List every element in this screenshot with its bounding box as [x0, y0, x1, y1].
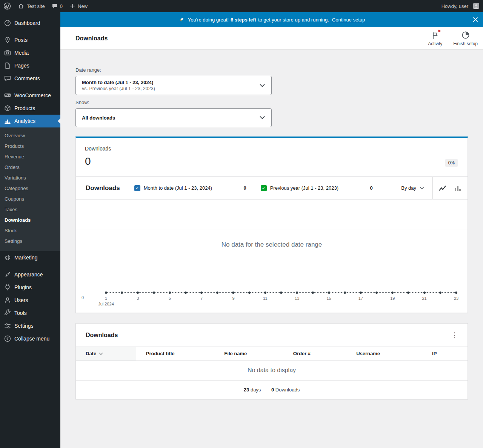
finish-setup-label: Finish setup [453, 41, 478, 46]
sidebar-item-comments[interactable]: Comments [0, 72, 60, 85]
site-name: Test site [27, 3, 45, 9]
data-point-day-23 [455, 292, 457, 294]
wp-logo-menu[interactable] [0, 0, 14, 12]
sidebar-item-pages[interactable]: Pages [0, 59, 60, 72]
data-point-day-2 [121, 292, 123, 294]
sidebar-subitem-products[interactable]: Products [0, 141, 60, 152]
wordpress-logo-icon [3, 2, 11, 10]
sidebar-item-products[interactable]: Products [0, 102, 60, 115]
sidebar-item-users[interactable]: Users [0, 294, 60, 307]
x-tick-13: 13 [295, 296, 299, 301]
summary-downloads-label: Downloads [275, 387, 300, 393]
line-chart-button[interactable] [435, 181, 450, 196]
camera-icon [4, 49, 11, 57]
menu-separator [0, 264, 60, 268]
sidebar-subitem-settings[interactable]: Settings [0, 236, 60, 247]
downloads-summary-tile[interactable]: Downloads 0 0% [76, 138, 468, 177]
legend-item-1[interactable]: ✓Previous year (Jul 1 - 23, 2023)0 [261, 185, 387, 191]
sidebar-item-media[interactable]: Media [0, 46, 60, 59]
account-menu[interactable]: Howdy, user [438, 0, 483, 12]
date-range-select[interactable]: Month to date (Jul 1 - 23, 2024) vs. Pre… [75, 76, 272, 95]
kebab-menu-icon[interactable]: ⋮ [448, 328, 461, 342]
column-header-file-name[interactable]: File name [202, 347, 269, 361]
sidebar-subitem-overview[interactable]: Overview [0, 130, 60, 141]
activity-label: Activity [428, 41, 442, 46]
sidebar-item-woocommerce[interactable]: WooCommerce [0, 89, 60, 102]
megaphone-icon [4, 254, 11, 261]
sidebar-subitem-variations[interactable]: Variations [0, 173, 60, 183]
chart-title: Downloads [86, 184, 120, 192]
menu-separator [0, 29, 60, 34]
continue-setup-link[interactable]: Continue setup [332, 17, 365, 23]
legend-label: Previous year (Jul 1 - 23, 2023) [270, 185, 370, 191]
comment-count: 0 [60, 3, 63, 9]
banner-close-icon[interactable] [471, 15, 480, 24]
legend-item-0[interactable]: ✓Month to date (Jul 1 - 23, 2024)0 [134, 185, 261, 191]
sidebar-subitem-revenue[interactable]: Revenue [0, 152, 60, 162]
summary-downloads-value: 0 [271, 387, 274, 393]
sliders-icon [4, 322, 11, 330]
data-point-day-7 [200, 292, 203, 294]
sidebar-item-label: Users [14, 296, 28, 304]
bar-chart-icon [4, 117, 11, 125]
x-tick-23: 23 [454, 296, 458, 301]
rocket-icon [178, 17, 185, 23]
sidebar-item-analytics[interactable]: Analytics [0, 115, 60, 127]
sidebar-subitem-categories[interactable]: Categories [0, 183, 60, 194]
user-icon [4, 296, 11, 304]
legend-checkbox-checked[interactable]: ✓ [134, 185, 140, 191]
sidebar-item-label: Appearance [14, 271, 43, 278]
howdy-text: Howdy, user [441, 3, 468, 9]
sidebar-subitem-orders[interactable]: Orders [0, 162, 60, 173]
column-header-ip[interactable]: IP [401, 347, 468, 361]
show-filter-select[interactable]: All downloads [75, 108, 272, 127]
table-header: Downloads ⋮ [76, 324, 468, 347]
sidebar-item-marketing[interactable]: Marketing [0, 251, 60, 264]
activity-button[interactable]: Activity [423, 29, 447, 48]
sidebar-item-label: Marketing [14, 254, 37, 261]
dashboard-icon [4, 19, 11, 27]
comments-shortcut[interactable]: 0 [48, 0, 66, 12]
date-range-label: Date range: [75, 67, 468, 73]
x-tick-19: 19 [390, 296, 395, 301]
new-menu[interactable]: New [66, 0, 91, 12]
column-header-username[interactable]: Username [335, 347, 401, 361]
column-header-product-title[interactable]: Product title [136, 347, 203, 361]
sidebar-item-label: Pages [14, 62, 29, 69]
collapse-menu-label: Collapse menu [14, 335, 49, 342]
summary-days-value: 23 [244, 387, 249, 393]
data-point-day-15 [328, 292, 330, 294]
x-axis-period-label: Jul 2024 [98, 302, 114, 306]
sidebar-subitem-downloads[interactable]: Downloads [0, 215, 60, 226]
sidebar-subitem-coupons[interactable]: Coupons [0, 194, 60, 204]
table-summary: 23 days 0 Downloads [76, 380, 468, 399]
sidebar-subitem-stock[interactable]: Stock [0, 226, 60, 236]
x-tick-21: 21 [422, 296, 427, 301]
banner-steps-left: 6 steps left [231, 17, 256, 23]
setup-banner: You're doing great! 6 steps left to get … [60, 12, 483, 27]
collapse-menu-button[interactable]: Collapse menu [0, 332, 60, 345]
chart-legend: ✓Month to date (Jul 1 - 23, 2024)0✓Previ… [134, 185, 387, 191]
data-point-day-19 [391, 292, 394, 294]
legend-checkbox-checked[interactable]: ✓ [261, 185, 267, 191]
main-content: Date range: Month to date (Jul 1 - 23, 2… [60, 50, 483, 399]
data-point-day-6 [185, 292, 187, 294]
column-header-order[interactable]: Order # [269, 347, 335, 361]
box-icon [4, 104, 11, 112]
summary-value: 0 [85, 155, 458, 167]
finish-setup-button[interactable]: Finish setup [452, 29, 478, 48]
sidebar-item-plugins[interactable]: Plugins [0, 281, 60, 294]
sidebar-item-posts[interactable]: Posts [0, 34, 60, 46]
interval-select[interactable]: By day [401, 185, 432, 191]
column-header-date[interactable]: Date [76, 347, 136, 361]
sidebar-subitem-taxes[interactable]: Taxes [0, 204, 60, 215]
chart-header: Downloads ✓Month to date (Jul 1 - 23, 20… [76, 177, 468, 199]
sidebar-item-settings[interactable]: Settings [0, 319, 60, 332]
sidebar-item-dashboard[interactable]: Dashboard [0, 17, 60, 29]
site-menu[interactable]: Test site [14, 0, 48, 12]
sidebar-item-tools[interactable]: Tools [0, 307, 60, 319]
bar-chart-button[interactable] [450, 181, 465, 196]
sidebar-item-appearance[interactable]: Appearance [0, 268, 60, 281]
sidebar-item-label: Dashboard [14, 19, 40, 27]
chart-type-toggle [432, 177, 468, 199]
